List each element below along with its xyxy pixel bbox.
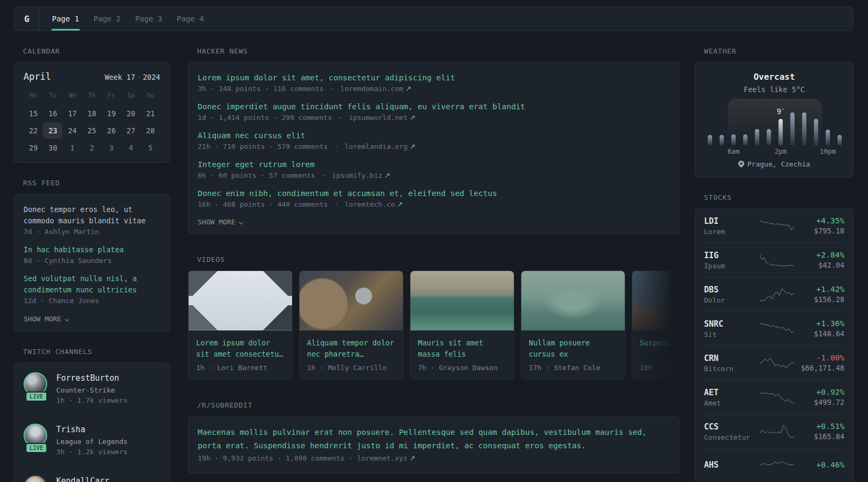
calendar-day[interactable]: 4 xyxy=(121,139,140,156)
stock-ticker: LDI xyxy=(704,216,760,226)
stock-sparkline xyxy=(760,389,794,406)
calendar-day[interactable]: 30 xyxy=(43,139,62,156)
hackernews-item-domain[interactable]: ipsumify.biz xyxy=(332,171,383,179)
video-card[interactable]: Lorem ipsum dolor sit amet consectetu… 1… xyxy=(188,270,293,380)
calendar-day[interactable]: 21 xyxy=(141,105,160,122)
subreddit-card: Maecenas mollis pulvinar erat non posuer… xyxy=(188,416,679,473)
calendar-day[interactable]: 18 xyxy=(82,105,101,122)
hackernews-item-title[interactable]: Integer eget rutrum lorem xyxy=(198,159,670,170)
stock-sparkline xyxy=(760,457,794,475)
page-tab[interactable]: Page 1 xyxy=(51,7,80,31)
stock-row[interactable]: LDI Lorem +4.35% $795.18 xyxy=(704,209,844,243)
calendar-day[interactable]: 29 xyxy=(24,139,43,156)
hackernews-item-title[interactable]: Donec imperdiet augue tincidunt felis al… xyxy=(198,101,670,112)
video-card-body: Aliquam tempor dolor nec pharetra… 1h · … xyxy=(300,330,403,379)
stock-name: Dolor xyxy=(704,296,760,304)
twitch-channel-name[interactable]: Trisha xyxy=(56,424,128,434)
subreddit-post-domain[interactable]: loremnet.xyz xyxy=(357,454,407,462)
chevron-down-icon xyxy=(239,220,243,224)
stock-values: +0.51% $165.84 xyxy=(794,422,844,441)
stock-sparkline xyxy=(760,252,794,269)
calendar-day[interactable]: 2 xyxy=(82,139,101,156)
video-card[interactable]: Suspendisse diam 18h · Tara xyxy=(632,270,679,380)
calendar-day[interactable]: 26 xyxy=(102,122,121,139)
video-card[interactable]: Nullam posuere cursus ex 17h · Stefan Co… xyxy=(521,270,625,380)
page-tab[interactable]: Page 3 xyxy=(134,7,163,31)
subreddit-post-title[interactable]: Maecenas mollis pulvinar erat non posuer… xyxy=(198,426,670,453)
videos-widget-label: VIDEOS xyxy=(197,255,679,263)
calendar-day[interactable]: 17 xyxy=(63,105,82,122)
stock-values: +4.35% $795.18 xyxy=(794,216,844,235)
calendar-day[interactable]: 25 xyxy=(82,122,101,139)
calendar-day[interactable]: 22 xyxy=(24,122,43,139)
stock-row[interactable]: CRN Bitcorn -1.00% $66,171.48 xyxy=(704,346,844,380)
chevron-down-icon xyxy=(65,317,69,321)
hackernews-item-domain[interactable]: loremlandia.org xyxy=(345,142,407,150)
calendar-day[interactable]: 5 xyxy=(141,139,160,156)
rss-item-title[interactable]: Sed volutpat nulla nisl, a condimentum n… xyxy=(24,273,160,296)
twitch-avatar-wrap: LIVE xyxy=(24,372,49,404)
hackernews-item-title[interactable]: Lorem ipsum dolor sit amet, consectetur … xyxy=(198,72,670,84)
hackernews-widget: HACKER NEWS Lorem ipsum dolor sit amet, … xyxy=(188,47,679,234)
rss-item-title[interactable]: Donec tempor eros leo, ut commodo mauris… xyxy=(24,204,160,227)
stock-price: $165.84 xyxy=(794,432,844,441)
calendar-day[interactable]: 27 xyxy=(121,122,140,139)
page-tab[interactable]: Page 4 xyxy=(176,7,205,31)
video-card[interactable]: Aliquam tempor dolor nec pharetra… 1h · … xyxy=(299,270,403,380)
calendar-day[interactable]: 28 xyxy=(141,122,160,139)
hackernews-item-domain[interactable]: ipsumworld.net xyxy=(349,114,408,122)
rss-show-more-button[interactable]: SHOW MORE xyxy=(24,315,69,323)
calendar-widget-label: CALENDAR xyxy=(23,47,170,55)
video-title[interactable]: Nullam posuere cursus ex xyxy=(529,337,617,360)
calendar-day[interactable]: 24 xyxy=(63,122,82,139)
hackernews-show-more-button[interactable]: SHOW MORE xyxy=(198,218,243,226)
hackernews-item-meta: 1d · 1,414 points · 299 comments · ipsum… xyxy=(198,114,670,122)
twitch-channel-row[interactable]: KendallCarr xyxy=(24,475,160,482)
calendar-day[interactable]: 1 xyxy=(63,139,82,156)
calendar-year: 2024 xyxy=(143,73,160,81)
weather-location-row: Prague, Czechia xyxy=(704,160,844,168)
twitch-channel-row[interactable]: LIVE ForrestBurton Counter-Strike 1h · 1… xyxy=(24,372,160,404)
calendar-week: Week 17 xyxy=(104,73,135,81)
video-title[interactable]: Lorem ipsum dolor sit amet consectetu… xyxy=(196,337,285,360)
stock-row[interactable]: SNRC Sit +1.36% $148.64 xyxy=(704,312,844,346)
hackernews-item-domain[interactable]: loremdomain.com xyxy=(340,85,403,93)
stock-name: Amet xyxy=(704,399,760,407)
stocks-card: LDI Lorem +4.35% $795.18 xyxy=(695,208,854,482)
calendar-day[interactable]: 19 xyxy=(102,105,121,122)
hackernews-widget-label: HACKER NEWS xyxy=(197,47,679,55)
stock-ticker: SNRC xyxy=(704,319,760,329)
twitch-channel-row[interactable]: LIVE Trisha League of Legends 3h · 1.2k … xyxy=(24,424,160,456)
twitch-channel-name[interactable]: ForrestBurton xyxy=(56,372,128,383)
calendar-day[interactable]: 3 xyxy=(102,139,121,156)
stock-row[interactable]: AHS +0.46% xyxy=(704,449,844,482)
rss-widget-label: RSS FEED xyxy=(23,179,170,187)
hackernews-item-domain[interactable]: loremtech.co xyxy=(345,200,395,208)
calendar-day[interactable]: 20 xyxy=(121,105,140,122)
rss-item-title[interactable]: In hac habitasse platea xyxy=(24,244,160,255)
calendar-day[interactable]: 23 xyxy=(43,122,62,139)
page-tab[interactable]: Page 2 xyxy=(93,7,122,31)
stock-change: +0.92% xyxy=(794,388,844,396)
video-title[interactable]: Suspendisse diam xyxy=(640,337,679,360)
stock-ticker: AHS xyxy=(704,460,760,470)
calendar-day[interactable]: 15 xyxy=(24,105,43,122)
stock-row[interactable]: DBS Dolor +1.42% $156.28 xyxy=(704,277,844,312)
calendar-day[interactable]: 16 xyxy=(43,105,62,122)
stock-row[interactable]: AET Amet +0.92% $499.72 xyxy=(704,380,844,415)
app-logo[interactable]: G xyxy=(14,7,40,31)
external-link-icon: ↗ xyxy=(406,85,411,93)
video-title[interactable]: Aliquam tempor dolor nec pharetra… xyxy=(307,337,395,360)
twitch-channel-info: Trisha League of Legends 3h · 1.2k viewe… xyxy=(56,424,128,456)
hackernews-item: Donec enim nibh, condimentum et accumsan… xyxy=(198,187,670,208)
twitch-channel-name[interactable]: KendallCarr xyxy=(56,475,109,482)
stock-row[interactable]: CCS Consectetur +0.51% $165.84 xyxy=(704,415,844,449)
stock-row[interactable]: IIG Ipsum +2.84% $42.04 xyxy=(704,243,844,277)
hackernews-item-title[interactable]: Aliquam nec cursus elit xyxy=(198,130,670,141)
video-title[interactable]: Mauris sit amet massa felis xyxy=(418,337,506,360)
stock-sparkline xyxy=(760,320,794,337)
middle-column: HACKER NEWS Lorem ipsum dolor sit amet, … xyxy=(188,31,679,473)
video-card[interactable]: Mauris sit amet massa felis 7h · Grayson… xyxy=(410,270,514,380)
hackernews-item-title[interactable]: Donec enim nibh, condimentum et accumsan… xyxy=(198,187,670,199)
hackernews-item: Donec imperdiet augue tincidunt felis al… xyxy=(198,101,670,122)
